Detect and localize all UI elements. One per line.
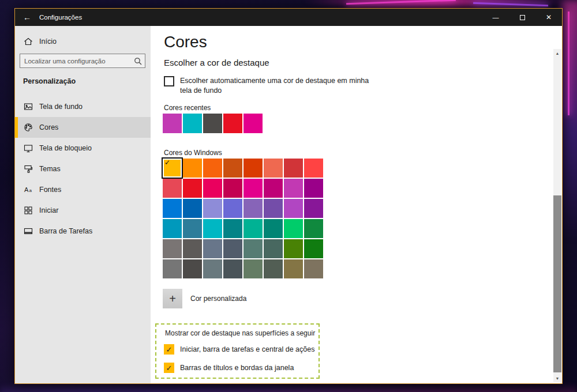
maximize-button[interactable] — [509, 9, 535, 26]
themes-icon — [23, 164, 33, 174]
windows-color-swatch[interactable] — [203, 199, 222, 218]
windows-color-swatch[interactable] — [163, 199, 182, 218]
windows-color-swatch[interactable] — [183, 199, 202, 218]
windows-color-swatch[interactable] — [183, 259, 202, 278]
sidebar-item-tela-de-fundo[interactable]: Tela de fundo — [15, 96, 151, 117]
back-button[interactable]: ← — [15, 13, 39, 22]
scroll-down-icon[interactable]: ▼ — [553, 374, 561, 382]
windows-color-swatch[interactable] — [284, 179, 303, 198]
windows-color-swatch[interactable] — [183, 179, 202, 198]
recent-color-swatch[interactable] — [183, 114, 202, 133]
search-input[interactable] — [20, 58, 131, 65]
windows-color-swatch[interactable] — [223, 159, 242, 178]
windows-color-swatch[interactable] — [243, 179, 263, 198]
svg-text:A: A — [24, 186, 29, 193]
windows-color-swatch[interactable] — [183, 219, 202, 238]
recent-color-swatch[interactable] — [203, 114, 222, 133]
windows-color-swatch[interactable] — [223, 179, 242, 198]
sidebar-item-label: Fontes — [39, 186, 61, 194]
auto-accent-label: Escolher automaticamente uma cor de dest… — [180, 76, 379, 96]
windows-color-swatch[interactable] — [284, 159, 303, 178]
check-icon: ✓ — [164, 159, 170, 167]
windows-color-swatch[interactable] — [284, 239, 303, 258]
caption-buttons: — ✕ — [482, 9, 562, 26]
titlebar[interactable]: ← Configurações — ✕ — [15, 9, 562, 26]
checkbox-checked-icon[interactable]: ✓ — [164, 344, 174, 355]
sidebar-item-iniciar[interactable]: Iniciar — [15, 200, 151, 221]
windows-color-swatch[interactable] — [243, 159, 263, 178]
lockscreen-icon — [23, 144, 33, 153]
windows-color-swatch[interactable] — [223, 259, 242, 278]
windows-color-swatch[interactable] — [284, 199, 303, 218]
scroll-up-icon[interactable]: ▲ — [553, 49, 561, 57]
sidebar-item-label: Tela de bloqueio — [39, 144, 92, 152]
windows-color-swatch[interactable] — [163, 219, 182, 238]
windows-color-swatch[interactable] — [243, 259, 263, 278]
maximize-icon — [520, 15, 525, 20]
windows-color-swatch[interactable] — [304, 199, 323, 218]
windows-color-swatch[interactable] — [243, 239, 263, 258]
windows-color-swatch[interactable] — [304, 179, 323, 198]
windows-color-swatch[interactable] — [243, 199, 263, 218]
windows-color-swatch[interactable] — [264, 159, 283, 178]
custom-color-label: Cor personalizada — [190, 295, 246, 303]
windows-color-swatch[interactable] — [203, 239, 222, 258]
recent-color-swatch[interactable] — [163, 114, 182, 133]
sidebar-item-home[interactable]: Início — [15, 33, 151, 50]
search-box[interactable] — [20, 54, 145, 68]
custom-color-row[interactable]: + Cor personalizada — [163, 289, 246, 308]
checkbox-unchecked-icon[interactable] — [164, 76, 174, 86]
windows-color-swatch[interactable] — [203, 259, 222, 278]
windows-color-swatch[interactable] — [304, 159, 323, 178]
windows-color-swatch[interactable] — [264, 239, 283, 258]
surface-option-row[interactable]: ✓Iniciar, barra de tarefas e central de … — [164, 344, 314, 355]
windows-color-swatch[interactable] — [304, 239, 323, 258]
sidebar-item-tela-de-bloqueio[interactable]: Tela de bloqueio — [15, 138, 151, 159]
windows-color-swatch[interactable] — [163, 239, 182, 258]
close-button[interactable]: ✕ — [535, 9, 562, 26]
sidebar-home-label: Início — [39, 37, 57, 46]
surface-option-row[interactable]: ✓Barras de títulos e bordas da janela — [164, 363, 294, 373]
windows-color-swatch[interactable] — [223, 199, 242, 218]
scrollbar-thumb[interactable] — [553, 195, 561, 372]
windows-color-swatch[interactable] — [163, 179, 182, 198]
windows-color-swatch[interactable] — [284, 259, 303, 278]
windows-color-swatch[interactable] — [203, 219, 222, 238]
windows-color-swatch[interactable] — [264, 259, 283, 278]
auto-accent-checkbox-row[interactable]: Escolher automaticamente uma cor de dest… — [164, 76, 383, 96]
windows-color-swatch[interactable] — [223, 219, 242, 238]
windows-color-swatch[interactable] — [304, 259, 323, 278]
sidebar-item-barra-de-tarefas[interactable]: Barra de Tarefas — [15, 221, 151, 242]
scrollbar[interactable]: ▲ ▼ — [553, 49, 561, 382]
sidebar-item-label: Barra de Tarefas — [39, 227, 92, 235]
windows-color-swatch-selected[interactable]: ✓ — [163, 159, 182, 178]
windows-color-swatch[interactable] — [264, 219, 283, 238]
sidebar-item-cores[interactable]: Cores — [15, 117, 151, 138]
sidebar-item-label: Iniciar — [39, 206, 58, 214]
custom-color-button[interactable]: + — [163, 289, 182, 308]
windows-color-swatch[interactable] — [183, 159, 202, 178]
windows-color-swatch[interactable] — [203, 179, 222, 198]
windows-color-swatch[interactable] — [163, 259, 182, 278]
sidebar-item-temas[interactable]: Temas — [15, 159, 151, 179]
checkbox-checked-icon[interactable]: ✓ — [164, 363, 174, 373]
windows-color-swatch[interactable] — [183, 239, 202, 258]
windows-color-swatch[interactable] — [264, 179, 283, 198]
sidebar-item-fontes[interactable]: AaFontes — [15, 179, 151, 200]
windows-color-swatch[interactable] — [304, 219, 323, 238]
windows-color-swatch[interactable] — [203, 159, 222, 178]
windows-color-swatch[interactable] — [243, 219, 263, 238]
windows-color-swatch[interactable] — [284, 219, 303, 238]
taskbar-icon — [23, 227, 33, 236]
minimize-button[interactable]: — — [482, 9, 509, 26]
recent-color-swatch[interactable] — [243, 114, 263, 133]
window-title: Configurações — [39, 14, 82, 21]
close-icon: ✕ — [546, 13, 552, 21]
windows-color-swatch[interactable] — [264, 199, 283, 218]
search-icon — [131, 57, 145, 65]
fonts-icon: Aa — [23, 185, 33, 194]
windows-color-swatch[interactable] — [223, 239, 242, 258]
surface-option-label: Barras de títulos e bordas da janela — [180, 364, 294, 372]
recent-color-swatch[interactable] — [223, 114, 242, 133]
sidebar-section-title: Personalização — [23, 77, 76, 86]
